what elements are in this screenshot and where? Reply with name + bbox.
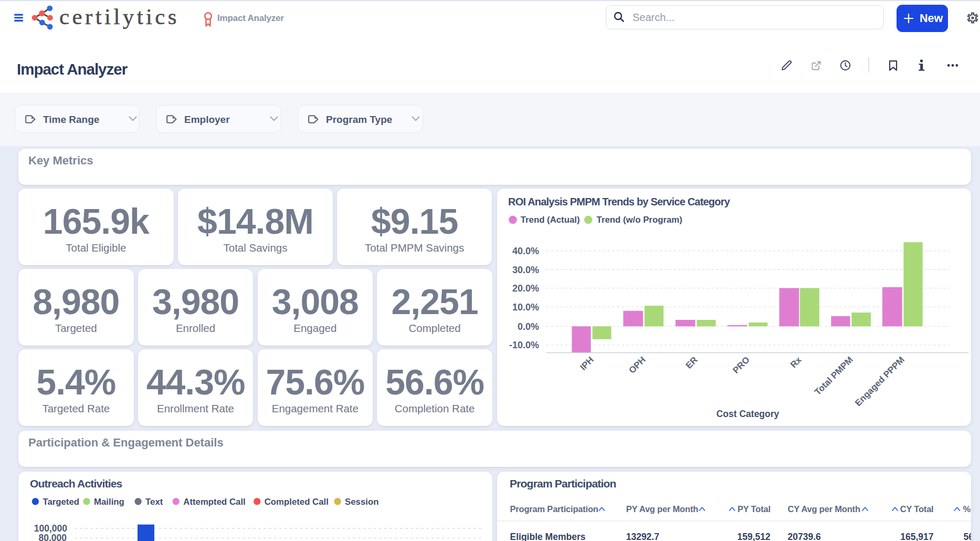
- svg-text:0.0%: 0.0%: [517, 321, 539, 332]
- svg-text:13292.7: 13292.7: [626, 532, 659, 541]
- svg-text:100,000: 100,000: [34, 523, 68, 534]
- svg-text:IPH: IPH: [578, 355, 595, 372]
- svg-text:Program Type: Program Type: [326, 114, 392, 125]
- svg-text:PY Total: PY Total: [737, 504, 770, 514]
- svg-text:Session: Session: [345, 497, 378, 507]
- svg-text:Program Participation: Program Participation: [510, 504, 598, 514]
- svg-text:Completed Call: Completed Call: [265, 497, 329, 507]
- svg-text:PY Avg per Month: PY Avg per Month: [626, 504, 698, 514]
- svg-text:Time Range: Time Range: [43, 114, 99, 125]
- svg-text:80,000: 80,000: [38, 533, 67, 541]
- svg-text:-10.0%: -10.0%: [509, 340, 539, 350]
- svg-text:ER: ER: [683, 355, 699, 370]
- svg-text:159,512: 159,512: [737, 532, 771, 541]
- svg-text:Cost Category: Cost Category: [716, 409, 779, 419]
- svg-text:20739.6: 20739.6: [787, 532, 821, 541]
- svg-text:Engaged PPPM: Engaged PPPM: [853, 355, 907, 408]
- svg-text:Employer: Employer: [184, 114, 230, 125]
- svg-text:Trend (w/o Program): Trend (w/o Program): [596, 215, 682, 225]
- svg-text:56: 56: [963, 532, 971, 541]
- svg-text:40.0%: 40.0%: [512, 246, 539, 256]
- svg-text:CY Avg per Month: CY Avg per Month: [787, 504, 860, 514]
- svg-text:10.0%: 10.0%: [512, 302, 539, 313]
- svg-text:30.0%: 30.0%: [512, 265, 539, 275]
- svg-text:Total PMPM: Total PMPM: [813, 355, 855, 397]
- svg-text:Attempted Call: Attempted Call: [183, 497, 245, 507]
- svg-text:Rx: Rx: [788, 355, 804, 370]
- svg-text:165,917: 165,917: [900, 532, 933, 541]
- svg-text:PRO: PRO: [731, 355, 751, 375]
- svg-text:20.0%: 20.0%: [512, 283, 539, 294]
- svg-text:Mailing: Mailing: [94, 497, 124, 507]
- svg-text:Eligible Members: Eligible Members: [510, 532, 585, 541]
- svg-text:OPH: OPH: [627, 355, 647, 375]
- svg-text:Trend (Actual): Trend (Actual): [520, 215, 579, 225]
- svg-text:CY Total: CY Total: [900, 504, 933, 514]
- svg-text:%: %: [963, 504, 971, 514]
- svg-text:Targeted: Targeted: [43, 497, 79, 507]
- svg-text:Text: Text: [145, 497, 163, 507]
